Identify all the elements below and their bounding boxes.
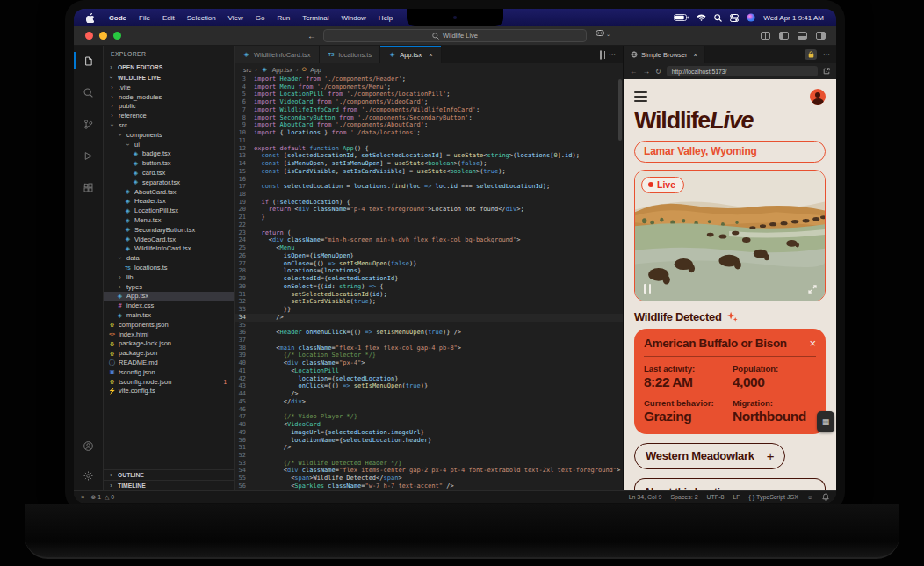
- menu-item[interactable]: Go: [249, 14, 271, 22]
- close-tab-icon[interactable]: ×: [429, 51, 432, 59]
- explorer-tree-item[interactable]: lib: [104, 272, 234, 282]
- editor-tab[interactable]: locations.ts: [320, 46, 381, 63]
- explorer-tree-item[interactable]: reference: [104, 111, 234, 120]
- explorer-tree-item[interactable]: Menu.tsx: [104, 215, 234, 225]
- browser-more-actions-icon[interactable]: ···: [823, 51, 830, 59]
- outline-section[interactable]: OUTLINE: [104, 469, 234, 480]
- menu-item[interactable]: Code: [103, 14, 133, 22]
- siri-icon[interactable]: [747, 13, 755, 22]
- explorer-tree-item[interactable]: badge.tsx: [104, 149, 234, 159]
- menu-item[interactable]: Edit: [156, 14, 181, 22]
- video-card[interactable]: Live: [634, 170, 826, 301]
- western-meadowlark-button[interactable]: Western Meadowlark +: [634, 443, 785, 469]
- explorer-tree-item[interactable]: components.json: [104, 320, 234, 330]
- menu-item[interactable]: Terminal: [296, 14, 335, 22]
- explorer-tree-item[interactable]: Header.tsx: [104, 197, 234, 207]
- menu-item[interactable]: Selection: [181, 14, 222, 22]
- run-debug-icon[interactable]: [74, 146, 104, 165]
- editor-scrollbar[interactable]: [618, 79, 622, 141]
- spotlight-search-icon[interactable]: [714, 14, 722, 22]
- explorer-more-actions-icon[interactable]: ···: [220, 51, 227, 57]
- explorer-tree-item[interactable]: node_modules: [104, 92, 234, 102]
- close-browser-tab-icon[interactable]: ×: [694, 51, 697, 59]
- explorer-tree-item[interactable]: src: [104, 120, 234, 130]
- status-bar-item[interactable]: UTF-8: [707, 494, 725, 500]
- explorer-tree-item[interactable]: public: [104, 102, 234, 112]
- pause-button[interactable]: [644, 284, 651, 294]
- explorer-tree-item[interactable]: LocationPill.tsx: [104, 206, 234, 215]
- explorer-tree-item[interactable]: types: [104, 282, 234, 292]
- code-editor[interactable]: 3 import Header from './components/Heade…: [235, 76, 623, 490]
- minimize-window-button[interactable]: [99, 32, 107, 40]
- notifications-bell-icon[interactable]: [822, 493, 829, 501]
- explorer-tree-item[interactable]: main.tsx: [104, 310, 234, 320]
- remote-indicator-icon[interactable]: ×: [81, 493, 84, 501]
- command-center-search[interactable]: Wildlife Live: [323, 29, 587, 42]
- customize-layout-icon[interactable]: [761, 32, 770, 40]
- explorer-tree-item[interactable]: ui: [104, 140, 234, 149]
- explorer-tree-item[interactable]: SecondaryButton.tsx: [104, 225, 234, 235]
- wifi-icon[interactable]: [697, 14, 706, 21]
- url-input[interactable]: http://localhost:5173/: [667, 66, 818, 76]
- explorer-tree-item[interactable]: data: [104, 253, 234, 263]
- explorer-tree-item[interactable]: VideoCard.tsx: [104, 235, 234, 244]
- menu-item[interactable]: File: [133, 14, 156, 22]
- copilot-menu-button[interactable]: ⌄: [596, 30, 610, 37]
- menu-item[interactable]: Help: [372, 14, 399, 22]
- explorer-tree-item[interactable]: card.tsx: [104, 168, 234, 178]
- floating-layout-button[interactable]: ▦: [817, 411, 834, 432]
- status-bar-item[interactable]: { } TypeScript JSX: [749, 494, 798, 500]
- menu-item[interactable]: Window: [335, 14, 372, 22]
- accounts-icon[interactable]: [74, 436, 104, 455]
- fullscreen-expand-icon[interactable]: [808, 285, 817, 294]
- explorer-tree-item[interactable]: App.tsx: [104, 292, 234, 301]
- zoom-window-button[interactable]: [113, 32, 121, 40]
- search-view-icon[interactable]: [74, 83, 104, 102]
- settings-gear-icon[interactable]: [74, 466, 104, 485]
- editor-more-actions-icon[interactable]: ···: [609, 51, 616, 59]
- explorer-tree-item[interactable]: tsconfig.json: [104, 367, 234, 377]
- browser-back-icon[interactable]: ←: [630, 67, 638, 76]
- menu-bar-clock[interactable]: Wed Apr 1 9:41 AM: [763, 14, 824, 22]
- explorer-tree-item[interactable]: package.json: [104, 348, 234, 358]
- browser-forward-icon[interactable]: →: [643, 67, 651, 76]
- explorer-tree-item[interactable]: locations.ts: [104, 263, 234, 272]
- extensions-icon[interactable]: [74, 178, 104, 197]
- close-window-button[interactable]: [85, 32, 93, 40]
- explorer-tree-item[interactable]: separator.tsx: [104, 178, 234, 187]
- open-editors-section[interactable]: OPEN EDITORS: [104, 62, 234, 72]
- browser-reload-icon[interactable]: ↻: [655, 68, 661, 76]
- history-back-button[interactable]: ←: [307, 31, 316, 40]
- apple-logo-icon[interactable]: [86, 13, 94, 23]
- timeline-section[interactable]: TIMELINE: [104, 480, 234, 490]
- explorer-tree-item[interactable]: vite.config.ts: [104, 387, 234, 396]
- avatar[interactable]: [810, 89, 826, 105]
- control-center-icon[interactable]: [730, 14, 739, 22]
- editor-tab[interactable]: WildlifeInfoCard.tsx: [235, 46, 320, 63]
- status-bar-item[interactable]: Ln 34, Col 9: [629, 494, 662, 500]
- explorer-tree-item[interactable]: package-lock.json: [104, 339, 234, 349]
- toggle-panel-icon[interactable]: [798, 32, 807, 40]
- menu-item[interactable]: View: [222, 14, 249, 22]
- problems-indicator[interactable]: ⊗ 1 △ 0: [90, 494, 114, 501]
- explorer-view-icon[interactable]: [74, 51, 104, 70]
- workspace-root-section[interactable]: WILDLIFE LIVE: [104, 72, 234, 83]
- explorer-tree-item[interactable]: index.css: [104, 301, 234, 310]
- status-bar-item[interactable]: LF: [733, 494, 740, 500]
- source-control-icon[interactable]: [74, 114, 104, 134]
- location-pill-button[interactable]: Lamar Valley, Wyoming: [634, 141, 826, 163]
- explorer-tree-item[interactable]: tsconfig.node.json 1: [104, 377, 234, 387]
- explorer-tree-item[interactable]: index.html: [104, 330, 234, 339]
- toggle-secondary-sidebar-icon[interactable]: [816, 32, 826, 40]
- battery-icon[interactable]: [674, 14, 689, 21]
- editor-tab[interactable]: App.tsx ×: [380, 46, 441, 63]
- explorer-tree-item[interactable]: README.md: [104, 358, 234, 367]
- hamburger-menu-icon[interactable]: [634, 91, 647, 101]
- explorer-tree-item[interactable]: WildlifeInfoCard.tsx: [104, 244, 234, 254]
- feedback-smiley-icon[interactable]: ☺: [807, 494, 813, 500]
- menu-item[interactable]: Run: [271, 14, 296, 22]
- explorer-tree-item[interactable]: button.tsx: [104, 158, 234, 168]
- explorer-tree-item[interactable]: AboutCard.tsx: [104, 187, 234, 197]
- toggle-primary-sidebar-icon[interactable]: [779, 32, 789, 40]
- workspace-trust-lock-icon[interactable]: [805, 49, 817, 60]
